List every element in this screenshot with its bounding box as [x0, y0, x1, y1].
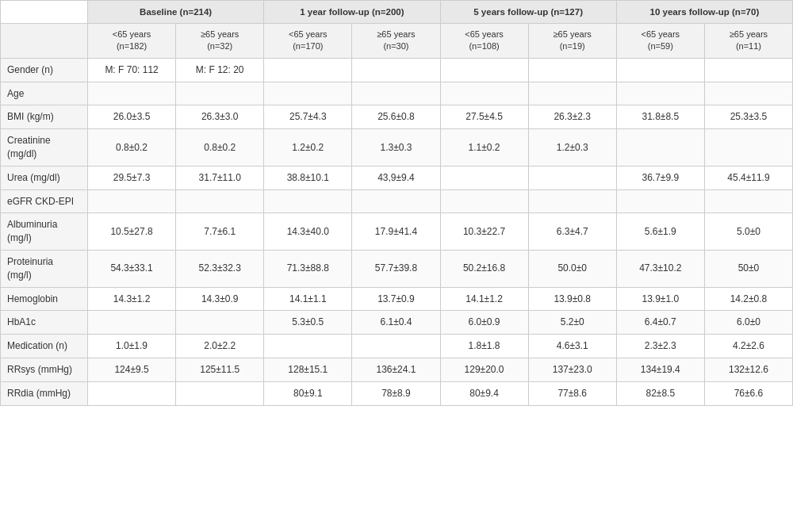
row-label: Proteinuria (mg/l): [1, 251, 88, 288]
cell-value: 14.3±0.9: [176, 287, 264, 311]
cell-value: 0.8±0.2: [88, 129, 176, 166]
cell-value: [440, 189, 528, 213]
row-label: Medication (n): [1, 335, 88, 358]
table-body: Gender (n)M: F 70: 112M: F 12: 20AgeBMI …: [1, 58, 793, 405]
cell-value: 26.0±3.5: [88, 105, 176, 129]
row-label: RRsys (mmHg): [1, 358, 88, 382]
cell-value: [352, 82, 440, 105]
cell-value: 1.3±0.3: [352, 129, 440, 166]
cell-value: 47.3±10.2: [616, 251, 704, 288]
cell-value: [704, 82, 792, 105]
cell-value: 26.3±2.3: [528, 105, 616, 129]
table-row: Age: [1, 82, 793, 105]
cell-value: 14.2±0.8: [704, 287, 792, 311]
cell-value: 14.1±1.2: [440, 287, 528, 311]
group-header-baseline: Baseline (n=214): [88, 1, 264, 24]
cell-value: 50.2±16.8: [440, 251, 528, 288]
cell-value: 129±20.0: [440, 358, 528, 382]
cell-value: 10.3±22.7: [440, 213, 528, 251]
cell-value: [88, 381, 176, 405]
table-row: RRsys (mmHg)124±9.5125±11.5128±15.1136±2…: [1, 358, 793, 382]
cell-value: [176, 82, 264, 105]
subheader-7: ≥65 years (n=11): [704, 24, 792, 59]
cell-value: 52.3±32.3: [176, 251, 264, 288]
table-row: Urea (mg/dl)29.5±7.331.7±11.038.8±10.143…: [1, 166, 793, 189]
cell-value: 38.8±10.1: [264, 166, 352, 189]
cell-value: [88, 311, 176, 335]
cell-value: 132±12.6: [704, 358, 792, 382]
table-row: Hemoglobin14.3±1.214.3±0.914.1±1.113.7±0…: [1, 287, 793, 311]
cell-value: [176, 311, 264, 335]
row-label: HbA1c: [1, 311, 88, 335]
subheader-4: <65 years (n=108): [440, 24, 528, 59]
sub-header-row: <65 years (n=182) ≥65 years (n=32) <65 y…: [1, 24, 793, 59]
subheader-2: <65 years (n=170): [264, 24, 352, 59]
cell-value: 14.1±1.1: [264, 287, 352, 311]
cell-value: 13.9±0.8: [528, 287, 616, 311]
cell-value: 134±19.4: [616, 358, 704, 382]
subheader-0: <65 years (n=182): [88, 24, 176, 59]
cell-value: 128±15.1: [264, 358, 352, 382]
cell-value: [616, 129, 704, 166]
cell-value: 6.0±0.9: [440, 311, 528, 335]
table-row: Gender (n)M: F 70: 112M: F 12: 20: [1, 58, 793, 82]
table-row: Creatinine (mg/dl)0.8±0.20.8±0.21.2±0.21…: [1, 129, 793, 166]
cell-value: [704, 58, 792, 82]
cell-value: 124±9.5: [88, 358, 176, 382]
cell-value: 2.0±2.2: [176, 335, 264, 358]
cell-value: 0.8±0.2: [176, 129, 264, 166]
table-row: HbA1c5.3±0.56.1±0.46.0±0.95.2±06.4±0.76.…: [1, 311, 793, 335]
cell-value: [616, 82, 704, 105]
cell-value: 4.2±2.6: [704, 335, 792, 358]
table-row: Medication (n)1.0±1.92.0±2.21.8±1.84.6±3…: [1, 335, 793, 358]
cell-value: [176, 381, 264, 405]
empty-corner: [1, 1, 88, 24]
cell-value: 43,9±9.4: [352, 166, 440, 189]
cell-value: 29.5±7.3: [88, 166, 176, 189]
cell-value: 25.6±0.8: [352, 105, 440, 129]
cell-value: 5.2±0: [528, 311, 616, 335]
cell-value: [440, 58, 528, 82]
cell-value: [176, 189, 264, 213]
cell-value: 76±6.6: [704, 381, 792, 405]
cell-value: 82±8.5: [616, 381, 704, 405]
cell-value: 80±9.4: [440, 381, 528, 405]
cell-value: 25.3±3.5: [704, 105, 792, 129]
row-label: BMI (kg/m): [1, 105, 88, 129]
table-row: RRdia (mmHg)80±9.178±8.980±9.477±8.682±8…: [1, 381, 793, 405]
cell-value: [704, 189, 792, 213]
cell-value: 17.9±41.4: [352, 213, 440, 251]
cell-value: [616, 58, 704, 82]
row-label: eGFR CKD-EPI: [1, 189, 88, 213]
cell-value: 31.7±11.0: [176, 166, 264, 189]
cell-value: 7.7±6.1: [176, 213, 264, 251]
cell-value: 1.0±1.9: [88, 335, 176, 358]
cell-value: [528, 82, 616, 105]
cell-value: [264, 58, 352, 82]
row-label: Age: [1, 82, 88, 105]
row-label: Hemoglobin: [1, 287, 88, 311]
cell-value: [88, 189, 176, 213]
row-label: Albuminuria (mg/l): [1, 213, 88, 251]
label-col-header: [1, 24, 88, 59]
cell-value: M: F 70: 112: [88, 58, 176, 82]
cell-value: 78±8.9: [352, 381, 440, 405]
row-label: RRdia (mmHg): [1, 381, 88, 405]
cell-value: 5.0±0: [704, 213, 792, 251]
cell-value: [264, 189, 352, 213]
cell-value: 6.4±0.7: [616, 311, 704, 335]
cell-value: 14.3±40.0: [264, 213, 352, 251]
group-header-5year: 5 years follow-up (n=127): [440, 1, 616, 24]
cell-value: 13.7±0.9: [352, 287, 440, 311]
cell-value: [88, 82, 176, 105]
group-header-10year: 10 years follow-up (n=70): [616, 1, 792, 24]
cell-value: 57.7±39.8: [352, 251, 440, 288]
main-table-container: Baseline (n=214) 1 year follow-up (n=200…: [0, 0, 793, 406]
subheader-5: ≥65 years (n=19): [528, 24, 616, 59]
cell-value: [528, 166, 616, 189]
group-header-1year: 1 year follow-up (n=200): [264, 1, 440, 24]
row-label: Gender (n): [1, 58, 88, 82]
cell-value: 50±0: [704, 251, 792, 288]
cell-value: [352, 189, 440, 213]
subheader-1: ≥65 years (n=32): [176, 24, 264, 59]
